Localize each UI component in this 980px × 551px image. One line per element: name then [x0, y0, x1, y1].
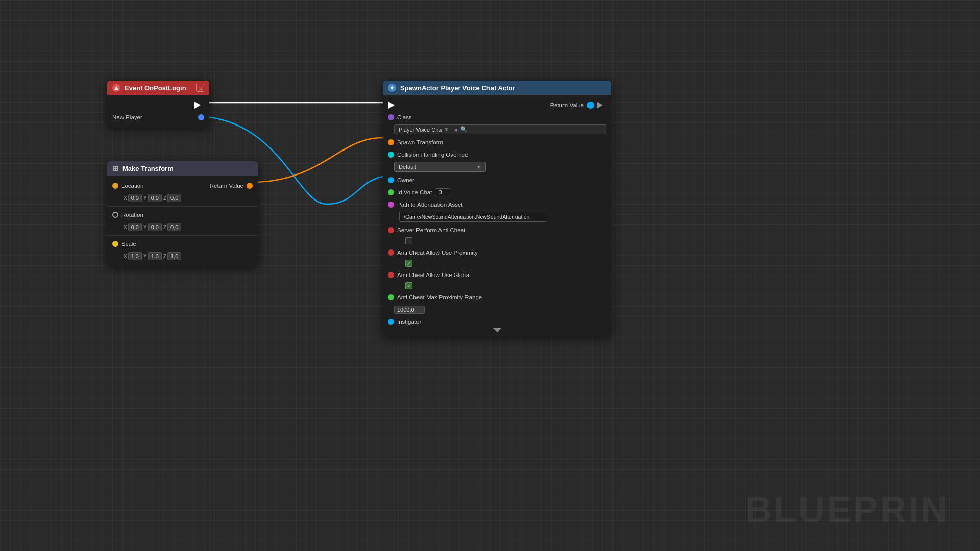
anti-cheat-proximity-dot [388, 249, 394, 256]
rotation-x-label: X [124, 224, 127, 230]
spawn-transform-dot [388, 139, 394, 145]
location-x-value[interactable]: 0,0 [128, 194, 142, 202]
scale-z-value[interactable]: 1,0 [167, 252, 181, 260]
collision-pin-row: Collision Handling Override [383, 148, 611, 161]
rotation-z-value[interactable]: 0,0 [167, 223, 181, 231]
spawn-node-title: SpawnActor Player Voice Chat Actor [400, 84, 515, 92]
anti-cheat-proximity-check-row: ✓ [383, 259, 611, 269]
scale-y-value[interactable]: 1,0 [148, 252, 162, 260]
transform-node-title: Make Transform [122, 165, 174, 172]
event-close-button[interactable]: □ [196, 84, 204, 92]
path-pin-row: Path to Attenuation Asset [383, 198, 611, 211]
return-value-dot [587, 102, 594, 109]
location-y-value[interactable]: 0,0 [148, 194, 162, 202]
anti-cheat-proximity-label: Anti Cheat Allow Use Proximity [397, 249, 478, 256]
event-icon [112, 84, 120, 92]
rotation-z-label: Z [163, 224, 166, 230]
return-value-label: Return Value [210, 183, 243, 189]
rotation-pin-row: Rotation [107, 209, 258, 221]
make-transform-node: ⊞ Make Transform Location Return Value X… [107, 161, 258, 266]
event-on-post-login-node: Event OnPostLogin □ New Player [107, 81, 209, 128]
scale-y-input: Y 1,0 [143, 252, 162, 260]
server-anti-cheat-dot [388, 227, 394, 233]
rotation-z-input: Z 0,0 [163, 223, 181, 231]
anti-cheat-global-checkbox[interactable]: ✓ [405, 282, 412, 289]
id-voice-chat-dot [388, 189, 394, 195]
exec-out-pin [107, 99, 209, 111]
scale-x-input: X 1,0 [124, 252, 142, 260]
location-z-input: Z 0,0 [163, 194, 181, 202]
location-z-value[interactable]: 0,0 [167, 194, 181, 202]
instigator-row: Instigator [383, 316, 611, 328]
anti-cheat-range-label: Anti Cheat Max Proximity Range [397, 294, 482, 300]
blueprint-watermark: BLUEPRIN [745, 489, 949, 531]
rotation-dot [112, 212, 118, 218]
id-voice-chat-value[interactable]: 0 [435, 188, 450, 196]
collision-value-row: Default ▼ [383, 161, 611, 174]
new-player-pin: New Player [107, 111, 209, 123]
class-value: Player Voice Cha [399, 127, 442, 133]
location-label: Location [121, 183, 143, 189]
spawn-exec-out [596, 102, 603, 109]
event-node-body: New Player [107, 95, 209, 128]
location-x-label: X [124, 195, 127, 201]
server-anti-cheat-checkbox[interactable] [405, 237, 412, 244]
scroll-indicator-row [383, 328, 611, 332]
rotation-x-value[interactable]: 0,0 [128, 223, 142, 231]
rotation-values-row: X 0,0 Y 0,0 Z 0,0 [107, 221, 258, 233]
transform-node-body: Location Return Value X 0,0 Y 0,0 Z 0,0 [107, 176, 258, 266]
class-pin-row: Class [383, 111, 611, 123]
class-value-row: Player Voice Cha ▼ ◄ 🔍 [383, 123, 611, 136]
collision-dot [388, 152, 394, 158]
scale-x-value[interactable]: 1,0 [128, 252, 142, 260]
instigator-label: Instigator [397, 319, 421, 325]
rotation-label: Rotation [121, 212, 143, 218]
exec-out-arrow [194, 102, 201, 109]
new-player-dot [198, 114, 204, 120]
class-dot [388, 114, 394, 120]
scale-x-label: X [124, 254, 127, 259]
rotation-y-input: Y 0,0 [143, 223, 162, 231]
scale-dot [112, 241, 118, 247]
spawn-exec-in [388, 102, 395, 109]
collision-value: Default [399, 164, 416, 170]
anti-cheat-global-label: Anti Cheat Allow Use Global [397, 272, 471, 278]
class-dropdown-arrow: ▼ [444, 127, 449, 132]
anti-cheat-global-row: Anti Cheat Allow Use Global [383, 269, 611, 281]
return-value-dot [247, 183, 253, 189]
transform-icon: ⊞ [112, 164, 118, 172]
anti-cheat-global-check-row: ✓ [383, 281, 611, 291]
scale-z-input: Z 1,0 [163, 252, 181, 260]
rotation-y-value[interactable]: 0,0 [148, 223, 162, 231]
scale-pin-row: Scale [107, 238, 258, 250]
location-values-row: X 0,0 Y 0,0 Z 0,0 [107, 192, 258, 204]
path-label: Path to Attenuation Asset [397, 202, 463, 208]
path-value[interactable]: /Game/NewSoundAttenuation.NewSoundAttenu… [399, 212, 547, 222]
collision-dropdown-arrow: ▼ [476, 164, 481, 170]
location-x-input: X 0,0 [124, 194, 142, 202]
anti-cheat-range-value[interactable]: 1000,0 [394, 306, 425, 314]
transform-node-header: ⊞ Make Transform [107, 161, 258, 176]
class-value-box[interactable]: Player Voice Cha ▼ ◄ 🔍 [394, 124, 606, 134]
scale-y-label: Y [143, 254, 147, 259]
spawn-icon: ✦ [388, 84, 396, 92]
svg-marker-0 [114, 86, 118, 90]
spawn-transform-label: Spawn Transform [397, 139, 443, 145]
class-label: Class [397, 114, 412, 120]
owner-pin-row: Owner [383, 174, 611, 186]
anti-cheat-proximity-row: Anti Cheat Allow Use Proximity [383, 246, 611, 259]
event-node-title: Event OnPostLogin [125, 84, 186, 92]
class-search[interactable]: 🔍 [460, 126, 468, 133]
scale-z-label: Z [163, 254, 166, 259]
location-xyz-group: X 0,0 Y 0,0 Z 0,0 [124, 194, 181, 202]
anti-cheat-proximity-checkbox[interactable]: ✓ [405, 260, 412, 267]
server-anti-cheat-label: Server Perform Anti Cheat [397, 227, 465, 233]
location-y-label: Y [143, 195, 147, 201]
event-node-header: Event OnPostLogin □ [107, 81, 209, 95]
class-nav-left[interactable]: ◄ [453, 127, 458, 133]
spawn-transform-row: Spawn Transform [383, 136, 611, 148]
location-dot [112, 183, 118, 189]
collision-dropdown[interactable]: Default ▼ [394, 162, 486, 172]
path-value-row: /Game/NewSoundAttenuation.NewSoundAttenu… [383, 211, 611, 224]
anti-cheat-range-row: Anti Cheat Max Proximity Range [383, 291, 611, 304]
